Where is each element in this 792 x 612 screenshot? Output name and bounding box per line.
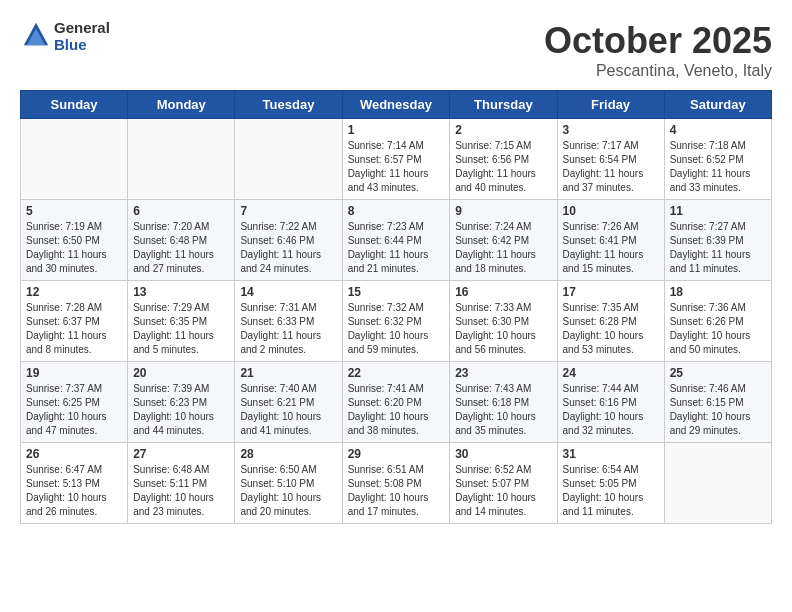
day-number: 7 xyxy=(240,204,336,218)
day-number: 11 xyxy=(670,204,766,218)
day-info: Sunrise: 7:20 AM Sunset: 6:48 PM Dayligh… xyxy=(133,220,229,276)
calendar-cell: 28Sunrise: 6:50 AM Sunset: 5:10 PM Dayli… xyxy=(235,443,342,524)
calendar-cell: 26Sunrise: 6:47 AM Sunset: 5:13 PM Dayli… xyxy=(21,443,128,524)
day-info: Sunrise: 7:24 AM Sunset: 6:42 PM Dayligh… xyxy=(455,220,551,276)
calendar-table: SundayMondayTuesdayWednesdayThursdayFrid… xyxy=(20,90,772,524)
calendar-cell: 14Sunrise: 7:31 AM Sunset: 6:33 PM Dayli… xyxy=(235,281,342,362)
calendar-cell xyxy=(664,443,771,524)
title-area: October 2025 Pescantina, Veneto, Italy xyxy=(544,20,772,80)
day-number: 13 xyxy=(133,285,229,299)
weekday-header-monday: Monday xyxy=(128,91,235,119)
day-info: Sunrise: 7:46 AM Sunset: 6:15 PM Dayligh… xyxy=(670,382,766,438)
weekday-header-friday: Friday xyxy=(557,91,664,119)
calendar-cell: 18Sunrise: 7:36 AM Sunset: 6:26 PM Dayli… xyxy=(664,281,771,362)
day-info: Sunrise: 7:31 AM Sunset: 6:33 PM Dayligh… xyxy=(240,301,336,357)
day-number: 2 xyxy=(455,123,551,137)
calendar-cell: 31Sunrise: 6:54 AM Sunset: 5:05 PM Dayli… xyxy=(557,443,664,524)
week-row-2: 5Sunrise: 7:19 AM Sunset: 6:50 PM Daylig… xyxy=(21,200,772,281)
day-info: Sunrise: 7:32 AM Sunset: 6:32 PM Dayligh… xyxy=(348,301,445,357)
day-info: Sunrise: 6:48 AM Sunset: 5:11 PM Dayligh… xyxy=(133,463,229,519)
calendar-cell: 17Sunrise: 7:35 AM Sunset: 6:28 PM Dayli… xyxy=(557,281,664,362)
calendar-cell: 19Sunrise: 7:37 AM Sunset: 6:25 PM Dayli… xyxy=(21,362,128,443)
day-number: 4 xyxy=(670,123,766,137)
day-number: 31 xyxy=(563,447,659,461)
day-number: 24 xyxy=(563,366,659,380)
logo-general: General xyxy=(54,20,110,37)
calendar-cell: 2Sunrise: 7:15 AM Sunset: 6:56 PM Daylig… xyxy=(450,119,557,200)
calendar-cell: 11Sunrise: 7:27 AM Sunset: 6:39 PM Dayli… xyxy=(664,200,771,281)
day-number: 18 xyxy=(670,285,766,299)
day-info: Sunrise: 7:22 AM Sunset: 6:46 PM Dayligh… xyxy=(240,220,336,276)
day-info: Sunrise: 7:44 AM Sunset: 6:16 PM Dayligh… xyxy=(563,382,659,438)
day-info: Sunrise: 7:33 AM Sunset: 6:30 PM Dayligh… xyxy=(455,301,551,357)
calendar-cell xyxy=(21,119,128,200)
calendar-cell: 3Sunrise: 7:17 AM Sunset: 6:54 PM Daylig… xyxy=(557,119,664,200)
day-number: 16 xyxy=(455,285,551,299)
day-info: Sunrise: 7:26 AM Sunset: 6:41 PM Dayligh… xyxy=(563,220,659,276)
weekday-header-saturday: Saturday xyxy=(664,91,771,119)
day-info: Sunrise: 7:36 AM Sunset: 6:26 PM Dayligh… xyxy=(670,301,766,357)
calendar-cell: 24Sunrise: 7:44 AM Sunset: 6:16 PM Dayli… xyxy=(557,362,664,443)
calendar-cell: 15Sunrise: 7:32 AM Sunset: 6:32 PM Dayli… xyxy=(342,281,450,362)
day-number: 6 xyxy=(133,204,229,218)
day-number: 15 xyxy=(348,285,445,299)
day-number: 9 xyxy=(455,204,551,218)
day-info: Sunrise: 7:27 AM Sunset: 6:39 PM Dayligh… xyxy=(670,220,766,276)
calendar-cell: 16Sunrise: 7:33 AM Sunset: 6:30 PM Dayli… xyxy=(450,281,557,362)
calendar-cell: 30Sunrise: 6:52 AM Sunset: 5:07 PM Dayli… xyxy=(450,443,557,524)
calendar-cell: 21Sunrise: 7:40 AM Sunset: 6:21 PM Dayli… xyxy=(235,362,342,443)
day-info: Sunrise: 6:51 AM Sunset: 5:08 PM Dayligh… xyxy=(348,463,445,519)
day-info: Sunrise: 7:17 AM Sunset: 6:54 PM Dayligh… xyxy=(563,139,659,195)
week-row-3: 12Sunrise: 7:28 AM Sunset: 6:37 PM Dayli… xyxy=(21,281,772,362)
day-info: Sunrise: 7:40 AM Sunset: 6:21 PM Dayligh… xyxy=(240,382,336,438)
day-number: 19 xyxy=(26,366,122,380)
day-number: 14 xyxy=(240,285,336,299)
calendar-cell: 23Sunrise: 7:43 AM Sunset: 6:18 PM Dayli… xyxy=(450,362,557,443)
day-number: 23 xyxy=(455,366,551,380)
weekday-header-thursday: Thursday xyxy=(450,91,557,119)
logo: General Blue xyxy=(20,20,110,53)
calendar-cell: 29Sunrise: 6:51 AM Sunset: 5:08 PM Dayli… xyxy=(342,443,450,524)
day-number: 1 xyxy=(348,123,445,137)
day-info: Sunrise: 7:28 AM Sunset: 6:37 PM Dayligh… xyxy=(26,301,122,357)
day-info: Sunrise: 7:23 AM Sunset: 6:44 PM Dayligh… xyxy=(348,220,445,276)
logo-icon xyxy=(22,21,50,49)
weekday-header-wednesday: Wednesday xyxy=(342,91,450,119)
week-row-4: 19Sunrise: 7:37 AM Sunset: 6:25 PM Dayli… xyxy=(21,362,772,443)
calendar-cell: 1Sunrise: 7:14 AM Sunset: 6:57 PM Daylig… xyxy=(342,119,450,200)
day-number: 27 xyxy=(133,447,229,461)
day-info: Sunrise: 6:50 AM Sunset: 5:10 PM Dayligh… xyxy=(240,463,336,519)
calendar-cell: 22Sunrise: 7:41 AM Sunset: 6:20 PM Dayli… xyxy=(342,362,450,443)
day-number: 12 xyxy=(26,285,122,299)
calendar-cell: 20Sunrise: 7:39 AM Sunset: 6:23 PM Dayli… xyxy=(128,362,235,443)
day-info: Sunrise: 7:39 AM Sunset: 6:23 PM Dayligh… xyxy=(133,382,229,438)
calendar-cell: 9Sunrise: 7:24 AM Sunset: 6:42 PM Daylig… xyxy=(450,200,557,281)
calendar-cell: 7Sunrise: 7:22 AM Sunset: 6:46 PM Daylig… xyxy=(235,200,342,281)
calendar-cell: 25Sunrise: 7:46 AM Sunset: 6:15 PM Dayli… xyxy=(664,362,771,443)
day-number: 5 xyxy=(26,204,122,218)
calendar-cell: 27Sunrise: 6:48 AM Sunset: 5:11 PM Dayli… xyxy=(128,443,235,524)
weekday-header-sunday: Sunday xyxy=(21,91,128,119)
day-info: Sunrise: 6:47 AM Sunset: 5:13 PM Dayligh… xyxy=(26,463,122,519)
day-info: Sunrise: 7:18 AM Sunset: 6:52 PM Dayligh… xyxy=(670,139,766,195)
day-number: 22 xyxy=(348,366,445,380)
day-info: Sunrise: 7:37 AM Sunset: 6:25 PM Dayligh… xyxy=(26,382,122,438)
month-title: October 2025 xyxy=(544,20,772,62)
day-number: 20 xyxy=(133,366,229,380)
day-number: 10 xyxy=(563,204,659,218)
day-number: 8 xyxy=(348,204,445,218)
day-number: 28 xyxy=(240,447,336,461)
week-row-1: 1Sunrise: 7:14 AM Sunset: 6:57 PM Daylig… xyxy=(21,119,772,200)
day-info: Sunrise: 6:54 AM Sunset: 5:05 PM Dayligh… xyxy=(563,463,659,519)
calendar-cell: 5Sunrise: 7:19 AM Sunset: 6:50 PM Daylig… xyxy=(21,200,128,281)
day-info: Sunrise: 7:43 AM Sunset: 6:18 PM Dayligh… xyxy=(455,382,551,438)
day-number: 25 xyxy=(670,366,766,380)
day-number: 29 xyxy=(348,447,445,461)
day-number: 21 xyxy=(240,366,336,380)
day-number: 30 xyxy=(455,447,551,461)
week-row-5: 26Sunrise: 6:47 AM Sunset: 5:13 PM Dayli… xyxy=(21,443,772,524)
header: General Blue October 2025 Pescantina, Ve… xyxy=(20,20,772,80)
day-info: Sunrise: 7:14 AM Sunset: 6:57 PM Dayligh… xyxy=(348,139,445,195)
day-info: Sunrise: 7:19 AM Sunset: 6:50 PM Dayligh… xyxy=(26,220,122,276)
calendar-cell: 6Sunrise: 7:20 AM Sunset: 6:48 PM Daylig… xyxy=(128,200,235,281)
